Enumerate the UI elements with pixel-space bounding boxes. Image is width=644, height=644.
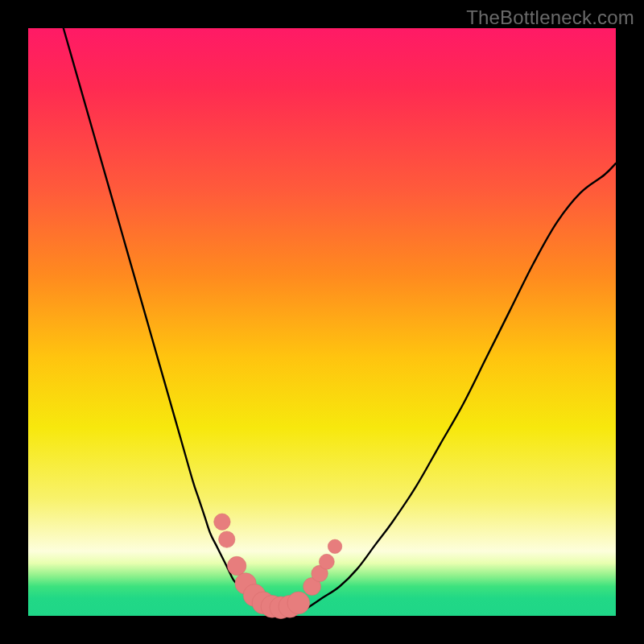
marker-dot	[227, 556, 246, 575]
bottleneck-curve	[64, 28, 616, 614]
marker-dot	[219, 531, 235, 547]
marker-dot	[328, 539, 342, 554]
marker-dot	[287, 592, 310, 614]
chart-svg	[28, 28, 616, 616]
marker-group	[214, 514, 342, 619]
curve-group	[64, 28, 616, 614]
marker-dot	[214, 514, 230, 530]
chart-frame: TheBottleneck.com	[0, 0, 644, 644]
watermark-text: TheBottleneck.com	[466, 6, 634, 29]
marker-dot	[319, 554, 334, 569]
